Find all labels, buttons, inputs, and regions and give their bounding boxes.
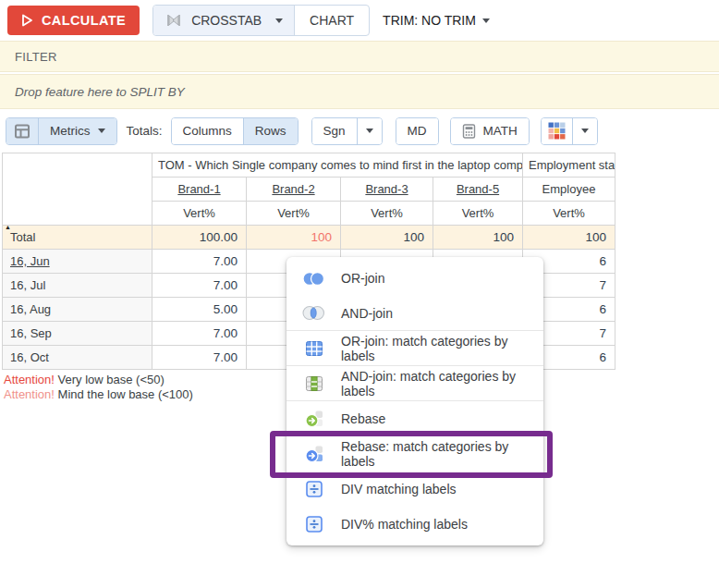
split-by-label: Drop feature here to SPLIT BY	[15, 85, 185, 99]
corner-cell	[3, 153, 152, 226]
menu-item-label: DIV matching labels	[341, 482, 457, 496]
metrics-group: Metrics	[6, 117, 117, 145]
heatmap-icon	[548, 122, 566, 140]
metric-header: Vert%	[152, 202, 247, 226]
sort-ascending-icon[interactable]: ▲	[5, 226, 11, 232]
totals-toggle-group: Columns Rows	[171, 117, 299, 145]
metrics-dropdown[interactable]: Metrics	[38, 118, 116, 144]
chevron-down-icon	[98, 129, 105, 133]
play-icon	[21, 14, 33, 27]
menu-item-and-join-match[interactable]: AND-join: match categories by labels	[286, 366, 543, 401]
filter-drop-zone[interactable]: FILTER	[0, 41, 719, 72]
calculate-button[interactable]: CALCULATE	[7, 6, 140, 35]
row-label-16-jul[interactable]: 16, Jul	[3, 274, 152, 298]
row-label: 16, Sep	[10, 326, 52, 340]
menu-item-div-percent-matching[interactable]: DIV% matching labels	[286, 507, 543, 542]
brand-link[interactable]: Brand-2	[272, 182, 314, 196]
table-cell: 7.00	[152, 250, 247, 274]
attention-prefix: Attention!	[4, 373, 55, 386]
question-group-header: TOM - Which Single company comes to mind…	[152, 153, 523, 178]
column-header-brand-5[interactable]: Brand-5	[433, 178, 523, 202]
menu-item-label: Rebase	[341, 411, 385, 426]
metric-header: Vert%	[247, 202, 341, 226]
div-percent-icon	[301, 515, 326, 533]
column-label: Employee	[542, 182, 596, 196]
md-label: MD	[408, 124, 427, 138]
chart-button[interactable]: CHART	[295, 6, 369, 35]
heatmap-split-button	[541, 117, 598, 145]
row-label[interactable]: 16, Jun	[10, 254, 50, 268]
metric-header: Vert%	[523, 202, 615, 226]
table-cell: 7.00	[152, 346, 247, 370]
heatmap-dropdown-toggle[interactable]	[572, 118, 597, 144]
layout-button[interactable]	[6, 118, 38, 144]
metrics-toolbar: Metrics Totals: Columns Rows Sgn MD	[0, 109, 719, 153]
table-cell: 100	[433, 226, 523, 250]
chevron-down-icon	[366, 129, 373, 133]
row-label-16-aug[interactable]: 16, Aug	[3, 298, 152, 322]
heatmap-button[interactable]	[542, 118, 572, 144]
column-header-brand-3[interactable]: Brand-3	[341, 178, 433, 202]
table-row-total: ▲ Total 100.00 100 100 100 100	[3, 226, 615, 250]
split-by-drop-zone[interactable]: Drop feature here to SPLIT BY	[0, 74, 719, 109]
totals-label: Totals:	[127, 124, 163, 138]
rebase-match-icon	[301, 445, 326, 463]
row-label-16-sep[interactable]: 16, Sep	[3, 322, 152, 346]
filter-label: FILTER	[15, 50, 57, 64]
menu-item-label: OR-join	[341, 271, 384, 286]
sgn-split-button: Sgn	[311, 117, 383, 145]
column-header-brand-2[interactable]: Brand-2	[247, 178, 341, 202]
calculate-label: CALCULATE	[42, 13, 126, 28]
md-group: MD	[396, 117, 439, 145]
menu-item-rebase-match[interactable]: Rebase: match categories by labels	[286, 436, 543, 472]
row-label-16-jun[interactable]: 16, Jun	[3, 250, 152, 274]
menu-item-label: AND-join: match categories by labels	[341, 369, 534, 398]
column-header-brand-1[interactable]: Brand-1	[152, 178, 247, 202]
column-header-employee[interactable]: Employee	[523, 178, 615, 202]
join-rebase-context-menu: OR-join AND-join	[286, 257, 543, 545]
chevron-down-icon	[482, 18, 490, 23]
menu-item-div-matching[interactable]: DIV matching labels	[286, 472, 543, 507]
table-cell: 5.00	[152, 298, 247, 322]
brand-link[interactable]: Brand-5	[457, 182, 499, 196]
menu-item-rebase[interactable]: Rebase	[286, 401, 543, 436]
attention-text: Mind the low base (<100)	[55, 387, 193, 401]
table-layout-icon	[13, 122, 31, 141]
and-join-grid-icon	[301, 374, 326, 393]
menu-item-label: Rebase: match categories by labels	[341, 439, 534, 469]
math-button[interactable]: MATH	[451, 118, 529, 144]
table-cell: 7.00	[152, 322, 247, 346]
rows-label: Rows	[255, 124, 286, 138]
row-label: 16, Jul	[10, 278, 45, 292]
columns-label: Columns	[183, 124, 232, 138]
crosstab-button[interactable]: CROSSTAB	[153, 6, 295, 35]
brand-link[interactable]: Brand-3	[365, 182, 408, 196]
totals-rows-button[interactable]: Rows	[243, 118, 298, 144]
row-label-16-oct[interactable]: 16, Oct	[3, 346, 152, 370]
top-toolbar: CALCULATE CROSSTAB CHART TR	[0, 0, 719, 41]
chevron-down-icon	[275, 18, 283, 23]
metric-header: Vert%	[341, 202, 433, 226]
view-switch-group: CROSSTAB CHART	[152, 5, 370, 36]
crosstab-label: CROSSTAB	[191, 13, 262, 28]
menu-item-or-join[interactable]: OR-join	[286, 261, 543, 296]
sgn-dropdown-toggle[interactable]	[357, 118, 382, 144]
attention-prefix: Attention!	[4, 387, 55, 401]
table-cell: 100.00	[152, 226, 247, 250]
rebase-icon	[301, 410, 326, 428]
menu-item-or-join-match[interactable]: OR-join: match categories by labels	[286, 331, 543, 366]
trim-dropdown[interactable]: TRIM: NO TRIM	[383, 13, 490, 28]
attention-text: Very low base (<50)	[55, 373, 165, 386]
menu-item-label: AND-join	[341, 306, 393, 321]
math-label: MATH	[483, 124, 518, 138]
table-cell-low-base: 100	[247, 226, 341, 250]
brand-link[interactable]: Brand-1	[177, 182, 220, 196]
and-join-venn-icon	[301, 305, 326, 321]
table-cell: 7.00	[152, 274, 247, 298]
md-button[interactable]: MD	[396, 118, 438, 144]
totals-columns-button[interactable]: Columns	[172, 118, 243, 144]
chart-label: CHART	[310, 13, 354, 28]
row-label-total[interactable]: ▲ Total	[3, 226, 152, 250]
menu-item-and-join[interactable]: AND-join	[286, 296, 543, 331]
sgn-button[interactable]: Sgn	[312, 118, 357, 144]
